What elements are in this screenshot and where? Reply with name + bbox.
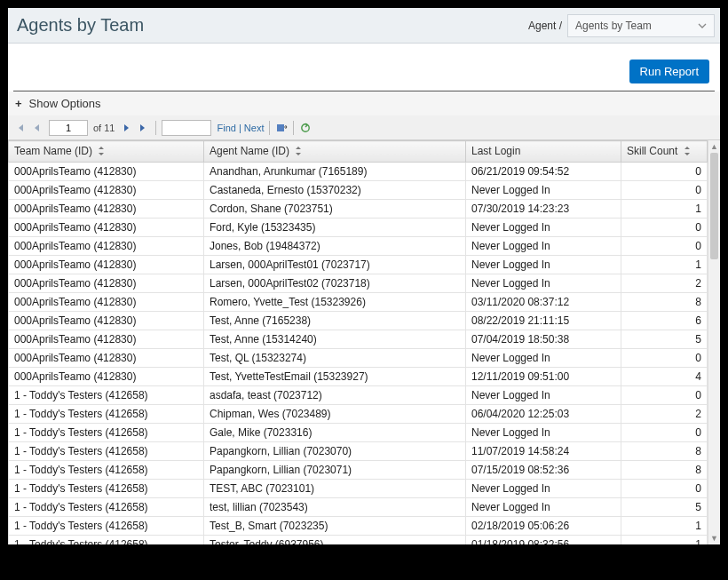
table-row[interactable]: 000AprilsTeamo (412830)Castaneda, Ernest… <box>9 180 708 199</box>
cell-team: 000AprilsTeamo (412830) <box>9 199 204 218</box>
scroll-up-icon[interactable]: ▲ <box>708 140 720 153</box>
cell-team: 000AprilsTeamo (412830) <box>9 218 204 236</box>
table-row[interactable]: 000AprilsTeamo (412830)Anandhan, Arunkum… <box>9 162 708 180</box>
cell-agent: asdafa, teast (7023712) <box>204 385 466 404</box>
table-row[interactable]: 000AprilsTeamo (412830)Test, Anne (15314… <box>9 330 708 348</box>
table-row[interactable]: 1 - Toddy's Testers (412658)Papangkorn, … <box>9 460 708 479</box>
report-select[interactable]: Agents by Team <box>567 14 715 37</box>
cell-skill: 0 <box>621 218 708 236</box>
cell-login: Never Logged In <box>466 274 621 292</box>
svg-rect-0 <box>277 124 284 131</box>
cell-login: Never Logged In <box>466 180 621 199</box>
sort-icon <box>295 146 302 158</box>
cell-agent: Tester, Toddy (6937956) <box>204 535 466 544</box>
last-page-icon[interactable] <box>138 122 150 134</box>
cell-agent: Test, Anne (15314240) <box>204 330 466 348</box>
table-row[interactable]: 000AprilsTeamo (412830)Cordon, Shane (70… <box>9 199 708 218</box>
table-row[interactable]: 000AprilsTeamo (412830)Larsen, 000AprilT… <box>9 255 708 274</box>
cell-skill: 8 <box>621 292 708 311</box>
cell-team: 000AprilsTeamo (412830) <box>9 180 204 199</box>
cell-team: 000AprilsTeamo (412830) <box>9 348 204 367</box>
first-page-icon[interactable] <box>13 122 26 134</box>
col-team-label: Team Name (ID) <box>14 145 92 157</box>
col-login-label: Last Login <box>471 145 520 157</box>
cell-agent: Gale, Mike (7023316) <box>204 423 466 441</box>
cell-skill: 0 <box>621 385 708 404</box>
header-right: Agent / Agents by Team <box>528 14 715 37</box>
cell-skill: 5 <box>621 497 708 516</box>
cell-skill: 8 <box>621 441 708 460</box>
table-row[interactable]: 000AprilsTeamo (412830)Test, Anne (71652… <box>9 311 708 330</box>
cell-login: 08/22/2019 21:11:15 <box>466 311 621 330</box>
cell-team: 000AprilsTeamo (412830) <box>9 367 204 385</box>
cell-team: 1 - Toddy's Testers (412658) <box>9 423 204 441</box>
table-row[interactable]: 000AprilsTeamo (412830)Ford, Kyle (15323… <box>9 218 708 236</box>
scroll-thumb[interactable] <box>710 153 718 259</box>
cell-team: 000AprilsTeamo (412830) <box>9 330 204 348</box>
col-login[interactable]: Last Login <box>466 141 621 163</box>
cell-login: Never Logged In <box>466 348 621 367</box>
col-team[interactable]: Team Name (ID) <box>9 141 204 163</box>
cell-login: Never Logged In <box>466 497 621 516</box>
cell-agent: Test_B, Smart (7023235) <box>204 516 466 535</box>
col-agent[interactable]: Agent Name (ID) <box>204 141 466 163</box>
sort-icon <box>98 146 105 158</box>
col-skill[interactable]: Skill Count <box>621 141 708 163</box>
find-input[interactable] <box>162 120 211 136</box>
table-row[interactable]: 000AprilsTeamo (412830)Larsen, 000AprilT… <box>9 274 708 292</box>
table-row[interactable]: 1 - Toddy's Testers (412658)Chipman, Wes… <box>9 404 708 423</box>
cell-login: Never Logged In <box>466 255 621 274</box>
table-row[interactable]: 1 - Toddy's Testers (412658)test, lillia… <box>9 497 708 516</box>
next-page-icon[interactable] <box>120 122 132 134</box>
cell-agent: Larsen, 000AprilTest01 (7023717) <box>204 255 466 274</box>
table-row[interactable]: 000AprilsTeamo (412830)Jones, Bob (19484… <box>9 236 708 255</box>
table-row[interactable]: 1 - Toddy's Testers (412658)Test_B, Smar… <box>9 516 708 535</box>
cell-skill: 2 <box>621 274 708 292</box>
cell-team: 000AprilsTeamo (412830) <box>9 311 204 330</box>
table-row[interactable]: 1 - Toddy's Testers (412658)Papangkorn, … <box>9 441 708 460</box>
svg-point-1 <box>302 123 309 131</box>
cell-login: 06/21/2019 09:54:52 <box>466 162 621 180</box>
table-row[interactable]: 000AprilsTeamo (412830)Romero, Yvette_Te… <box>9 292 708 311</box>
cell-login: 01/18/2019 08:32:56 <box>466 535 621 544</box>
show-options-row[interactable]: + Show Options <box>8 91 720 115</box>
page-title: Agents by Team <box>13 15 144 36</box>
cell-agent: Larsen, 000AprilTest02 (7023718) <box>204 274 466 292</box>
table-row[interactable]: 1 - Toddy's Testers (412658)asdafa, teas… <box>9 385 708 404</box>
prev-page-icon[interactable] <box>31 122 44 134</box>
cell-login: Never Logged In <box>466 423 621 441</box>
cell-agent: Jones, Bob (19484372) <box>204 236 466 255</box>
cell-agent: TEST, ABC (7023101) <box>204 479 466 497</box>
cell-login: Never Logged In <box>466 385 621 404</box>
cell-agent: test, lillian (7023543) <box>204 497 466 516</box>
table-row[interactable]: 000AprilsTeamo (412830)Test, YvetteTestE… <box>9 367 708 385</box>
scroll-down-icon[interactable]: ▼ <box>708 532 720 544</box>
table-row[interactable]: 1 - Toddy's Testers (412658)Gale, Mike (… <box>9 423 708 441</box>
export-icon[interactable] <box>275 122 288 134</box>
find-next-link[interactable]: Find | Next <box>217 123 264 133</box>
cell-team: 1 - Toddy's Testers (412658) <box>9 404 204 423</box>
run-report-button[interactable]: Run Report <box>629 60 709 83</box>
table-row[interactable]: 1 - Toddy's Testers (412658)Tester, Todd… <box>9 535 708 544</box>
cell-team: 1 - Toddy's Testers (412658) <box>9 441 204 460</box>
cell-agent: Papangkorn, Lillian (7023070) <box>204 441 466 460</box>
cell-skill: 2 <box>621 404 708 423</box>
cell-team: 000AprilsTeamo (412830) <box>9 255 204 274</box>
cell-agent: Test, YvetteTestEmail (15323927) <box>204 367 466 385</box>
table-scroll[interactable]: Team Name (ID) Agent Name (ID) Last Logi… <box>8 140 708 544</box>
cell-login: Never Logged In <box>466 218 621 236</box>
pages-label: of 11 <box>93 123 115 133</box>
cell-skill: 5 <box>621 330 708 348</box>
table-row[interactable]: 000AprilsTeamo (412830)Test, QL (1532327… <box>9 348 708 367</box>
table-row[interactable]: 1 - Toddy's Testers (412658)TEST, ABC (7… <box>9 479 708 497</box>
page-input[interactable] <box>49 120 88 136</box>
cell-skill: 1 <box>621 516 708 535</box>
cell-skill: 0 <box>621 180 708 199</box>
refresh-icon[interactable] <box>299 122 312 134</box>
scroll-track[interactable] <box>708 153 720 532</box>
cell-agent: Romero, Yvette_Test (15323926) <box>204 292 466 311</box>
report-select-label: Agents by Team <box>575 20 652 32</box>
vertical-scrollbar[interactable]: ▲ ▼ <box>708 140 720 544</box>
cell-login: 03/11/2020 08:37:12 <box>466 292 621 311</box>
table-area: Team Name (ID) Agent Name (ID) Last Logi… <box>8 140 720 544</box>
